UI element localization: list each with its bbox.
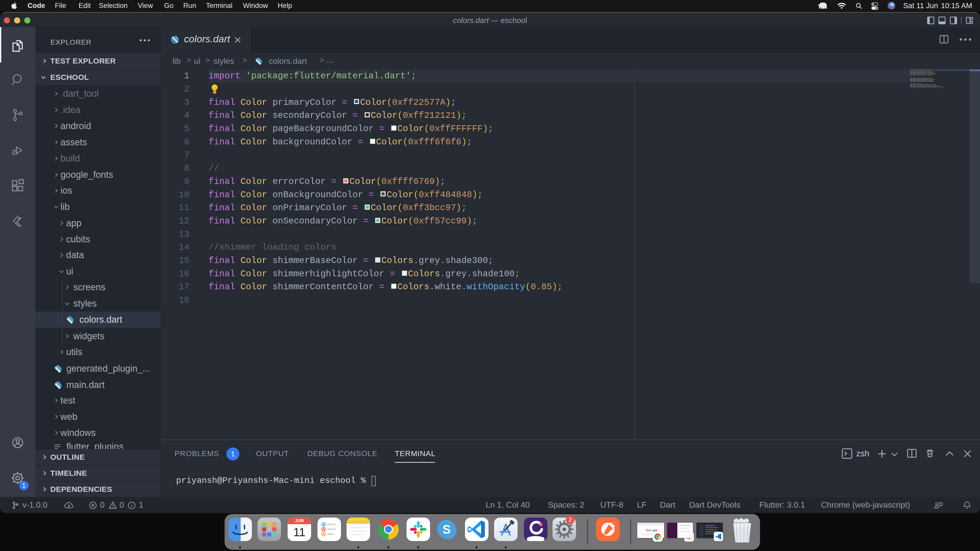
- svg-text:S: S: [442, 523, 451, 536]
